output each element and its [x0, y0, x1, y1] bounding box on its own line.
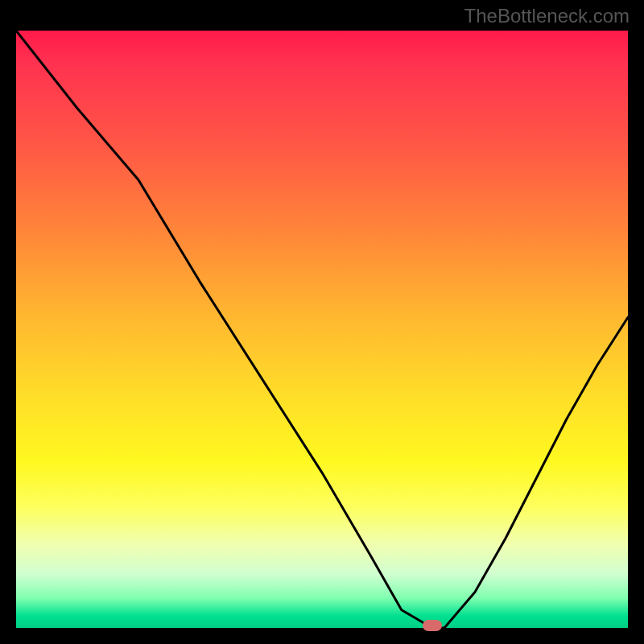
chart-plot-area [16, 31, 628, 628]
optimal-marker [423, 620, 442, 631]
bottleneck-curve [16, 31, 628, 628]
watermark-text: TheBottleneck.com [464, 5, 630, 27]
